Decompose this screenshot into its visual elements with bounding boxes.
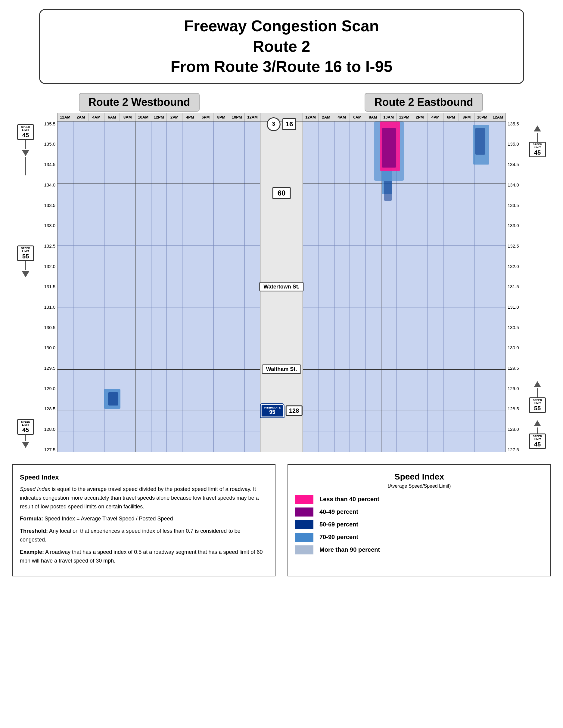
legend-color-dark-blue <box>296 520 314 529</box>
legend-color-medium-blue <box>296 533 314 542</box>
time-label: 8AM <box>120 113 135 121</box>
title-box: Freeway Congestion Scan Route 2 From Rou… <box>39 9 524 84</box>
mp-label: 128.0 <box>508 427 519 432</box>
time-label: 12AM <box>490 113 506 121</box>
mp-label: 135.0 <box>508 141 519 147</box>
mp-label: 134.0 <box>44 182 55 187</box>
speed-limit-sign-45-left-bottom: SPEED LIMIT 45 <box>17 419 34 435</box>
time-label: 4PM <box>428 113 444 121</box>
eastbound-chart <box>303 121 506 452</box>
title: Freeway Congestion Scan Route 2 From Rou… <box>58 16 505 77</box>
time-label: 10PM <box>475 113 490 121</box>
left-speed-signs: SPEED LIMIT 45 SPEED LIMIT 55 <box>12 113 39 452</box>
mp-label: 131.0 <box>44 304 55 310</box>
mp-label: 135.5 <box>508 121 519 126</box>
mp-label: 131.5 <box>44 284 55 289</box>
mp-label: 127.5 <box>508 447 519 452</box>
time-label: 4AM <box>89 113 104 121</box>
milepost-labels-left: 135.5 135.0 134.5 134.0 133.5 133.0 132.… <box>39 113 57 452</box>
time-label: 10AM <box>381 113 397 121</box>
speed-limit-sign-45-left-top: SPEED LIMIT 45 <box>17 124 34 140</box>
mp-label: 135.5 <box>44 121 55 126</box>
road-label-60: 60 <box>272 187 291 199</box>
mp-label: 130.0 <box>508 345 519 350</box>
mp-label: 128.5 <box>508 406 519 411</box>
legend-item-dark-blue: 50-69 percent <box>296 520 543 529</box>
legend-color-purple <box>296 507 314 517</box>
mp-label: 131.0 <box>508 304 519 310</box>
legend-label-medium-blue: 70-90 percent <box>320 534 358 541</box>
time-label: 6PM <box>198 113 214 121</box>
bottom-section: Speed Index Speed Index is equal to the … <box>12 464 551 577</box>
time-label: 12AM <box>245 113 260 121</box>
explanation-title: Speed Index <box>20 472 267 483</box>
time-label: 12PM <box>151 113 167 121</box>
legend-subtitle: (Average Speed/Speed Limit) <box>296 483 543 489</box>
legend-color-hot-pink <box>296 495 314 504</box>
time-label: 8PM <box>213 113 229 121</box>
time-label: 6AM <box>350 113 366 121</box>
speed-limit-sign-55-right: SPEED LIMIT 55 <box>529 397 546 413</box>
time-label: 4AM <box>334 113 350 121</box>
mp-label: 134.5 <box>44 162 55 167</box>
mp-label: 134.5 <box>508 162 519 167</box>
legend-label-purple: 40-49 percent <box>320 508 358 515</box>
legend-label-light-blue: More than 90 percent <box>320 546 380 553</box>
milepost-labels-right: 135.5 135.0 134.5 134.0 133.5 133.0 132.… <box>506 113 524 452</box>
speed-index-explanation: Speed Index Speed Index is equal to the … <box>12 464 275 577</box>
time-label: 4PM <box>182 113 198 121</box>
route-shield-3-16: 3 16 <box>267 117 296 131</box>
time-label: 2PM <box>412 113 428 121</box>
speed-limit-sign-55-left: SPEED LIMIT 55 <box>17 245 34 261</box>
explanation-threshold: Threshold: Any location that experiences… <box>20 527 267 544</box>
legend-label-hot-pink: Less than 40 percent <box>320 496 379 503</box>
mp-label: 132.0 <box>508 264 519 269</box>
mp-label: 130.0 <box>44 345 55 350</box>
mp-label: 127.5 <box>44 447 55 452</box>
time-label: 10AM <box>135 113 151 121</box>
mp-label: 132.5 <box>44 243 55 248</box>
legend-item-hot-pink: Less than 40 percent <box>296 495 543 504</box>
explanation-formula: Formula: Speed Index = Average Travel Sp… <box>20 514 267 523</box>
mp-label: 133.0 <box>508 223 519 228</box>
mp-label: 128.5 <box>44 406 55 411</box>
time-label: 12AM <box>303 113 319 121</box>
page-container: Freeway Congestion Scan Route 2 From Rou… <box>0 0 563 728</box>
explanation-example: Example: A roadway that has a speed inde… <box>20 548 267 565</box>
legend-color-light-blue <box>296 545 314 554</box>
mp-label: 135.0 <box>44 141 55 147</box>
mp-label: 129.5 <box>508 366 519 371</box>
time-label: 8AM <box>365 113 381 121</box>
mp-label: 132.0 <box>44 264 55 269</box>
route-shield-95-128: INTERSTATE 95 128 <box>261 404 303 417</box>
mp-label: 129.0 <box>508 386 519 391</box>
time-label: 2AM <box>319 113 334 121</box>
mp-label: 133.5 <box>44 203 55 208</box>
mp-label: 129.0 <box>44 386 55 391</box>
legend-item-light-blue: More than 90 percent <box>296 545 543 554</box>
speed-limit-sign-45-right-bottom: SPEED LIMIT 45 <box>529 433 546 449</box>
mp-label: 133.5 <box>508 203 519 208</box>
right-speed-signs: SPEED LIMIT 45 SPEED LIMIT 55 <box>524 113 551 452</box>
time-label: 12PM <box>397 113 412 121</box>
westbound-chart <box>57 121 260 452</box>
time-label: 8PM <box>459 113 475 121</box>
mp-label: 132.5 <box>508 243 519 248</box>
mp-label: 128.0 <box>44 427 55 432</box>
time-label: 2AM <box>73 113 89 121</box>
mp-label: 131.5 <box>508 284 519 289</box>
road-label-waltham: Waltham St. <box>262 365 301 374</box>
mp-label: 129.5 <box>44 366 55 371</box>
mp-label: 133.0 <box>44 223 55 228</box>
legend-label-dark-blue: 50-69 percent <box>320 521 358 528</box>
time-label: 6AM <box>104 113 120 121</box>
explanation-para1: Speed Index is equal to the average trav… <box>20 485 267 511</box>
time-label: 6PM <box>444 113 459 121</box>
westbound-header: Route 2 Westbound <box>79 93 199 112</box>
time-label: 2PM <box>167 113 182 121</box>
legend-item-purple: 40-49 percent <box>296 507 543 517</box>
eastbound-header: Route 2 Eastbound <box>365 93 483 112</box>
legend-item-medium-blue: 70-90 percent <box>296 533 543 542</box>
time-label: 12AM <box>57 113 73 121</box>
legend-title: Speed Index <box>296 472 543 482</box>
